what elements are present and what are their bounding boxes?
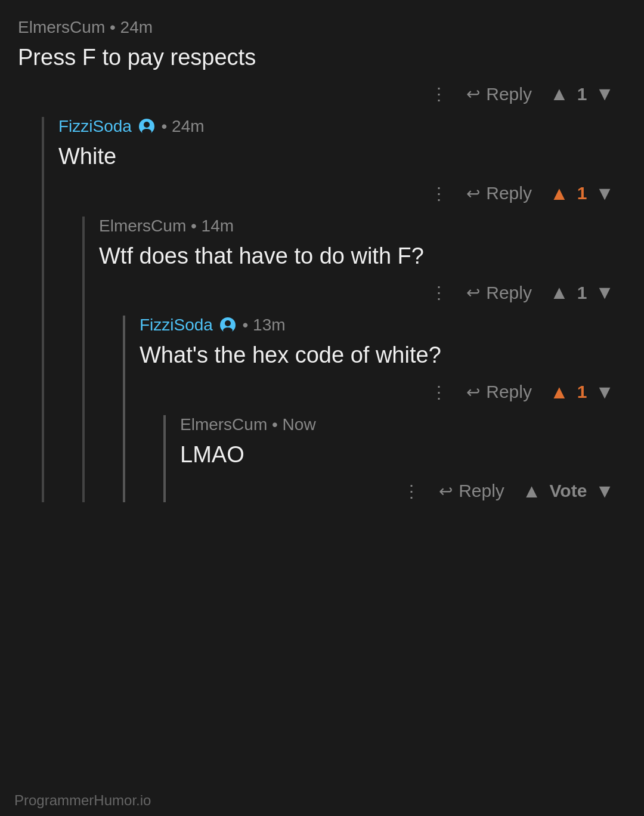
reply-button-c3[interactable]: ↩ Reply [466, 283, 532, 303]
user-icon-c2 [139, 119, 154, 134]
vote-down-c3[interactable]: ▼ [595, 282, 614, 304]
thread-level-1: FizziSoda • 24m White ⋮ ↩ [42, 117, 626, 502]
vote-group-c3: ▲ 1 ▼ [550, 282, 614, 304]
reply-label-c2[interactable]: Reply [486, 183, 532, 203]
time-c2: 24m [172, 117, 204, 135]
comment-text-c2: White [58, 142, 626, 171]
vote-count-c3: 1 [577, 283, 587, 303]
reply-icon-c5: ↩ [439, 481, 453, 501]
reply-label-c1[interactable]: Reply [486, 84, 532, 104]
time-c3: 14m [202, 217, 234, 235]
vote-up-c5[interactable]: ▲ [522, 480, 541, 502]
separator-c5: • [272, 415, 283, 434]
vote-down-c5[interactable]: ▼ [595, 480, 614, 502]
separator-c1: • [110, 18, 120, 36]
comment-text-c1: Press F to pay respects [18, 43, 626, 72]
separator-c4: • [243, 316, 253, 334]
thread-level-4: ElmersCum • Now LMAO ⋮ [163, 415, 626, 502]
reply-button-c5[interactable]: ↩ Reply [439, 481, 504, 501]
vote-up-c2[interactable]: ▲ [550, 183, 569, 205]
vote-up-c4[interactable]: ▲ [550, 381, 569, 403]
vote-count-c1: 1 [577, 84, 587, 104]
footer: ProgrammerHumor.io [0, 785, 644, 816]
user-icon-c4 [220, 317, 236, 333]
comment-text-c4: What's the hex code of white? [140, 341, 626, 370]
comment-c3: ElmersCum • 14m Wtf does that have to do… [99, 217, 626, 502]
comment-text-c5: LMAO [180, 440, 626, 469]
reply-icon-c1: ↩ [466, 84, 480, 104]
comment-c2: FizziSoda • 24m White ⋮ ↩ [58, 117, 626, 502]
username-c3: ElmersCum [99, 217, 186, 235]
reply-button-c4[interactable]: ↩ Reply [466, 382, 532, 402]
comment-meta-c5: ElmersCum • Now [180, 415, 626, 434]
time-c1: 24m [120, 18, 153, 36]
comment-actions-c1: ⋮ ↩ Reply ▲ 1 ▼ [18, 83, 626, 105]
reply-label-c5[interactable]: Reply [459, 481, 504, 501]
more-button-c1[interactable]: ⋮ [431, 84, 448, 104]
vote-count-c5: Vote [550, 481, 587, 501]
time-c5: Now [283, 415, 316, 434]
vote-group-c5: ▲ Vote ▼ [522, 480, 614, 502]
thread-level-2: ElmersCum • 14m Wtf does that have to do… [82, 217, 626, 502]
reply-button-c2[interactable]: ↩ Reply [466, 183, 532, 203]
reply-icon-c3: ↩ [466, 283, 480, 302]
vote-up-c1[interactable]: ▲ [550, 83, 569, 105]
username-c5: ElmersCum [180, 415, 267, 434]
page-container: ElmersCum • 24m Press F to pay respects … [0, 0, 644, 550]
reply-icon-c2: ↩ [466, 184, 480, 203]
vote-group-c2: ▲ 1 ▼ [550, 183, 614, 205]
comment-text-c3: Wtf does that have to do with F? [99, 242, 626, 271]
vote-count-c2: 1 [577, 183, 587, 203]
reply-label-c4[interactable]: Reply [486, 382, 532, 402]
comment-meta-c3: ElmersCum • 14m [99, 217, 626, 236]
username-c1: ElmersCum [18, 18, 105, 36]
comment-meta-c2: FizziSoda • 24m [58, 117, 626, 136]
vote-count-c4: 1 [577, 382, 587, 402]
vote-group-c1: ▲ 1 ▼ [550, 83, 614, 105]
vote-down-c2[interactable]: ▼ [595, 183, 614, 205]
reply-button-c1[interactable]: ↩ Reply [466, 84, 532, 104]
more-button-c5[interactable]: ⋮ [403, 481, 421, 501]
vote-group-c4: ▲ 1 ▼ [550, 381, 614, 403]
comment-c4: FizziSoda • 13 [140, 316, 626, 502]
thread-level-3: FizziSoda • 13 [123, 316, 626, 502]
reply-icon-c4: ↩ [466, 382, 480, 402]
username-c2: FizziSoda [58, 117, 132, 135]
comment-actions-c3: ⋮ ↩ Reply ▲ 1 ▼ [99, 282, 626, 304]
comment-actions-c5: ⋮ ↩ Reply ▲ Vote [180, 480, 626, 502]
vote-down-c1[interactable]: ▼ [595, 83, 614, 105]
more-button-c2[interactable]: ⋮ [431, 184, 448, 203]
vote-down-c4[interactable]: ▼ [595, 381, 614, 403]
comment-c5: ElmersCum • Now LMAO ⋮ [180, 415, 626, 502]
svg-point-1 [144, 122, 150, 128]
username-c4: FizziSoda [140, 316, 213, 334]
separator-c2: • [162, 117, 172, 135]
reply-label-c3[interactable]: Reply [486, 283, 532, 303]
comment-meta-c4: FizziSoda • 13 [140, 316, 626, 335]
more-button-c4[interactable]: ⋮ [431, 382, 448, 402]
comment-actions-c4: ⋮ ↩ Reply ▲ 1 ▼ [140, 381, 626, 403]
comment-meta-c1: ElmersCum • 24m [18, 18, 626, 37]
time-c4: 13m [253, 316, 285, 334]
vote-up-c3[interactable]: ▲ [550, 282, 569, 304]
more-button-c3[interactable]: ⋮ [431, 283, 448, 302]
separator-c3: • [191, 217, 202, 235]
comment-actions-c2: ⋮ ↩ Reply ▲ 1 ▼ [58, 183, 626, 205]
svg-point-4 [225, 320, 231, 326]
comment-c1: ElmersCum • 24m Press F to pay respects … [18, 18, 626, 502]
site-label: ProgrammerHumor.io [14, 792, 151, 808]
